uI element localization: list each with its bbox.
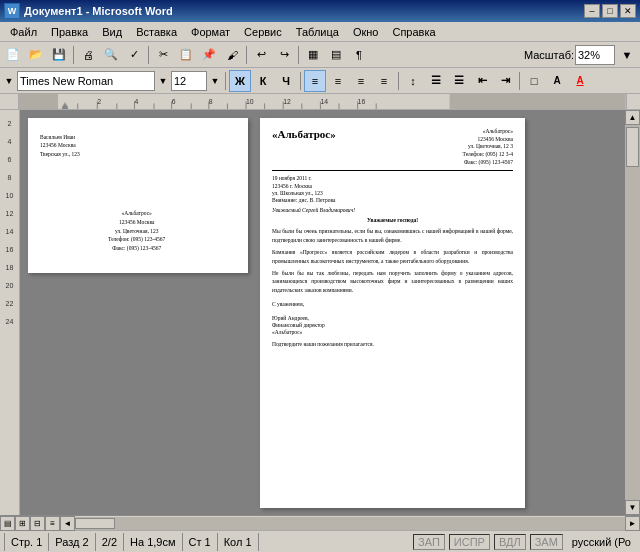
undo-button[interactable]: ↩ [250, 44, 272, 66]
font-name-input[interactable] [17, 71, 155, 91]
svg-text:8: 8 [209, 98, 213, 105]
font-size-input[interactable] [171, 71, 207, 91]
italic-button[interactable]: К [252, 70, 274, 92]
print-preview-button[interactable]: 🔍 [100, 44, 122, 66]
body-paragraph-1: Мы были бы очень признательны, если бы в… [272, 227, 513, 245]
scroll-thumb[interactable] [626, 127, 639, 167]
print-view-button[interactable]: ⊟ [30, 516, 45, 531]
bold-button[interactable]: Ж [229, 70, 251, 92]
title-bar: W Документ1 - Microsoft Word – □ ✕ [0, 0, 640, 22]
print-button[interactable]: 🖨 [77, 44, 99, 66]
spell-check-button[interactable]: ✓ [123, 44, 145, 66]
align-justify-button[interactable]: ≡ [373, 70, 395, 92]
maximize-button[interactable]: □ [602, 4, 618, 18]
document-area[interactable]: Васильев Иван123456 МоскваТверская ул., … [20, 110, 625, 515]
scroll-up-button[interactable]: ▲ [625, 110, 640, 125]
h-scroll-thumb[interactable] [75, 518, 115, 529]
svg-text:12: 12 [283, 98, 291, 105]
menu-bar: Файл Правка Вид Вставка Формат Сервис Та… [0, 22, 640, 42]
highlight-button[interactable]: A [546, 70, 568, 92]
increase-indent-button[interactable]: ⇥ [494, 70, 516, 92]
paste-button[interactable]: 📌 [198, 44, 220, 66]
numbering-button[interactable]: ☰ [448, 70, 470, 92]
decrease-indent-button[interactable]: ⇤ [471, 70, 493, 92]
status-position: На 1,9см [124, 533, 182, 551]
align-right-button[interactable]: ≡ [350, 70, 372, 92]
return-address: Васильев Иван123456 МоскваТверская ул., … [40, 133, 80, 158]
status-language: русский (Ро [567, 534, 636, 550]
menu-insert[interactable]: Вставка [130, 24, 183, 40]
letter-page[interactable]: «Альбатрос» «Альбатрос» 123456 Москва ул… [260, 118, 525, 508]
envelope-page[interactable]: Васильев Иван123456 МоскваТверская ул., … [28, 118, 248, 273]
insert-table-button[interactable]: ▦ [302, 44, 324, 66]
formatting-toolbar: ▼ ▼ ▼ Ж К Ч ≡ ≡ ≡ ≡ ↕ ☰ ☰ ⇤ ⇥ □ A A [0, 68, 640, 94]
bullets-button[interactable]: ☰ [425, 70, 447, 92]
align-left-button[interactable]: ≡ [304, 70, 326, 92]
enclosure: Подтвердите наши пожелания прилагается. [272, 341, 513, 347]
menu-format[interactable]: Формат [185, 24, 236, 40]
outline-view-button[interactable]: ≡ [45, 516, 60, 531]
svg-text:10: 10 [246, 98, 254, 105]
status-ovr[interactable]: ЗАМ [530, 534, 563, 550]
close-button[interactable]: ✕ [620, 4, 636, 18]
format-painter-button[interactable]: 🖌 [221, 44, 243, 66]
letter-header: «Альбатрос» «Альбатрос» 123456 Москва ул… [272, 128, 513, 166]
normal-view-button[interactable]: ▤ [0, 516, 15, 531]
letter-salutation: Уважаемый Сергей Владимирович! [272, 207, 513, 213]
menu-help[interactable]: Справка [386, 24, 441, 40]
web-view-button[interactable]: ⊞ [15, 516, 30, 531]
status-bar: Стр. 1 Разд 2 2/2 На 1,9см Ст 1 Кол 1 ЗА… [0, 530, 640, 552]
scroll-track[interactable] [625, 125, 640, 500]
left-column: Васильев Иван123456 МоскваТверская ул., … [28, 118, 248, 507]
svg-text:4: 4 [134, 98, 138, 105]
cut-button[interactable]: ✂ [152, 44, 174, 66]
letter-city: 123456 г. Москва [272, 183, 513, 189]
menu-view[interactable]: Вид [96, 24, 128, 40]
font-size-dropdown-btn[interactable]: ▼ [208, 70, 222, 92]
new-button[interactable]: 📄 [2, 44, 24, 66]
style-dropdown-btn[interactable]: ▼ [2, 70, 16, 92]
scroll-down-button[interactable]: ▼ [625, 500, 640, 515]
scroll-left-button[interactable]: ◄ [60, 516, 75, 531]
status-rec[interactable]: ЗАП [413, 534, 445, 550]
open-button[interactable]: 📂 [25, 44, 47, 66]
h-scroll-track[interactable] [75, 517, 625, 530]
underline-button[interactable]: Ч [275, 70, 297, 92]
sign-name: Юрий Андреев, [272, 315, 513, 321]
recipient-address: «Альбатрос» 123456 Москва ул. Цветочная,… [108, 209, 165, 253]
save-button[interactable]: 💾 [48, 44, 70, 66]
font-color-button[interactable]: A [569, 70, 591, 92]
letter-street: ул. Школьная ул., 123 [272, 190, 513, 196]
minimize-button[interactable]: – [584, 4, 600, 18]
menu-window[interactable]: Окно [347, 24, 385, 40]
menu-file[interactable]: Файл [4, 24, 43, 40]
sign-company: «Альбатрос» [272, 329, 513, 335]
menu-edit[interactable]: Правка [45, 24, 94, 40]
copy-button[interactable]: 📋 [175, 44, 197, 66]
insert-columns-button[interactable]: ▤ [325, 44, 347, 66]
window-controls: – □ ✕ [584, 4, 636, 18]
redo-button[interactable]: ↪ [273, 44, 295, 66]
status-trk[interactable]: ИСПР [449, 534, 490, 550]
scroll-right-button[interactable]: ► [625, 516, 640, 531]
standard-toolbar: 📄 📂 💾 🖨 🔍 ✓ ✂ 📋 📌 🖌 ↩ ↪ ▦ ▤ ¶ Масштаб: ▼ [0, 42, 640, 68]
letter-attn: Внимание: дис. В. Петрова [272, 197, 513, 203]
menu-tools[interactable]: Сервис [238, 24, 288, 40]
font-dropdown-btn[interactable]: ▼ [156, 70, 170, 92]
border-button[interactable]: □ [523, 70, 545, 92]
status-ext[interactable]: ВДЛ [494, 534, 526, 550]
window-title: Документ1 - Microsoft Word [24, 5, 173, 17]
zoom-dropdown[interactable]: ▼ [616, 44, 638, 66]
align-center-button[interactable]: ≡ [327, 70, 349, 92]
line-spacing-button[interactable]: ↕ [402, 70, 424, 92]
sign-title: Финансовый директор [272, 322, 513, 328]
svg-text:2: 2 [97, 98, 101, 105]
status-right-area: ЗАП ИСПР ВДЛ ЗАМ русский (Ро [413, 534, 636, 550]
zoom-input[interactable] [575, 45, 615, 65]
vertical-scrollbar[interactable]: ▲ ▼ [625, 110, 640, 515]
show-hide-button[interactable]: ¶ [348, 44, 370, 66]
menu-table[interactable]: Таблица [290, 24, 345, 40]
status-section: Разд 2 [49, 533, 95, 551]
horizontal-ruler: 2 4 6 8 10 12 14 16 [19, 94, 626, 110]
svg-text:6: 6 [172, 98, 176, 105]
